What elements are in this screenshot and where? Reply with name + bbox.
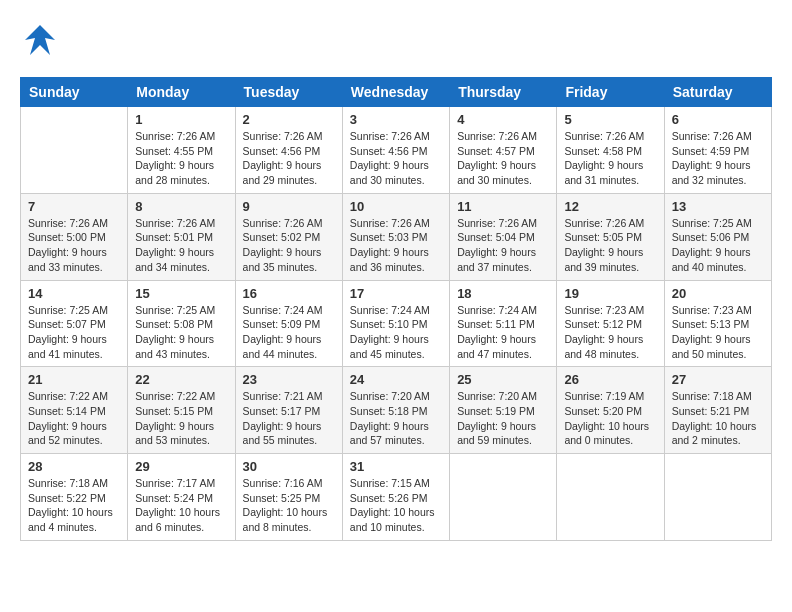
day-number: 25 xyxy=(457,372,549,387)
day-number: 6 xyxy=(672,112,764,127)
weekday-header-cell: Sunday xyxy=(21,78,128,107)
day-info: Sunrise: 7:26 AM Sunset: 5:04 PM Dayligh… xyxy=(457,216,549,275)
day-info: Sunrise: 7:26 AM Sunset: 5:01 PM Dayligh… xyxy=(135,216,227,275)
day-number: 20 xyxy=(672,286,764,301)
calendar-day-cell: 21Sunrise: 7:22 AM Sunset: 5:14 PM Dayli… xyxy=(21,367,128,454)
logo-bird-icon xyxy=(20,20,60,67)
calendar-day-cell: 19Sunrise: 7:23 AM Sunset: 5:12 PM Dayli… xyxy=(557,280,664,367)
day-number: 10 xyxy=(350,199,442,214)
calendar-day-cell: 18Sunrise: 7:24 AM Sunset: 5:11 PM Dayli… xyxy=(450,280,557,367)
day-info: Sunrise: 7:25 AM Sunset: 5:07 PM Dayligh… xyxy=(28,303,120,362)
weekday-header-cell: Thursday xyxy=(450,78,557,107)
calendar-week-row: 28Sunrise: 7:18 AM Sunset: 5:22 PM Dayli… xyxy=(21,454,772,541)
day-info: Sunrise: 7:23 AM Sunset: 5:13 PM Dayligh… xyxy=(672,303,764,362)
calendar-day-cell: 2Sunrise: 7:26 AM Sunset: 4:56 PM Daylig… xyxy=(235,107,342,194)
day-number: 8 xyxy=(135,199,227,214)
day-number: 26 xyxy=(564,372,656,387)
day-number: 27 xyxy=(672,372,764,387)
calendar-week-row: 7Sunrise: 7:26 AM Sunset: 5:00 PM Daylig… xyxy=(21,193,772,280)
day-info: Sunrise: 7:26 AM Sunset: 5:03 PM Dayligh… xyxy=(350,216,442,275)
day-number: 4 xyxy=(457,112,549,127)
day-number: 18 xyxy=(457,286,549,301)
day-info: Sunrise: 7:26 AM Sunset: 4:58 PM Dayligh… xyxy=(564,129,656,188)
day-number: 19 xyxy=(564,286,656,301)
day-info: Sunrise: 7:26 AM Sunset: 4:57 PM Dayligh… xyxy=(457,129,549,188)
calendar-day-cell xyxy=(21,107,128,194)
weekday-header-cell: Saturday xyxy=(664,78,771,107)
day-number: 23 xyxy=(243,372,335,387)
day-info: Sunrise: 7:17 AM Sunset: 5:24 PM Dayligh… xyxy=(135,476,227,535)
calendar-week-row: 14Sunrise: 7:25 AM Sunset: 5:07 PM Dayli… xyxy=(21,280,772,367)
calendar-day-cell: 26Sunrise: 7:19 AM Sunset: 5:20 PM Dayli… xyxy=(557,367,664,454)
calendar-day-cell: 8Sunrise: 7:26 AM Sunset: 5:01 PM Daylig… xyxy=(128,193,235,280)
calendar-day-cell: 27Sunrise: 7:18 AM Sunset: 5:21 PM Dayli… xyxy=(664,367,771,454)
day-number: 15 xyxy=(135,286,227,301)
day-info: Sunrise: 7:20 AM Sunset: 5:18 PM Dayligh… xyxy=(350,389,442,448)
day-number: 11 xyxy=(457,199,549,214)
day-info: Sunrise: 7:15 AM Sunset: 5:26 PM Dayligh… xyxy=(350,476,442,535)
calendar-day-cell: 24Sunrise: 7:20 AM Sunset: 5:18 PM Dayli… xyxy=(342,367,449,454)
day-info: Sunrise: 7:26 AM Sunset: 4:59 PM Dayligh… xyxy=(672,129,764,188)
calendar-day-cell: 7Sunrise: 7:26 AM Sunset: 5:00 PM Daylig… xyxy=(21,193,128,280)
calendar-day-cell: 25Sunrise: 7:20 AM Sunset: 5:19 PM Dayli… xyxy=(450,367,557,454)
day-info: Sunrise: 7:21 AM Sunset: 5:17 PM Dayligh… xyxy=(243,389,335,448)
calendar-day-cell: 14Sunrise: 7:25 AM Sunset: 5:07 PM Dayli… xyxy=(21,280,128,367)
day-number: 1 xyxy=(135,112,227,127)
calendar-table: SundayMondayTuesdayWednesdayThursdayFrid… xyxy=(20,77,772,541)
calendar-day-cell: 12Sunrise: 7:26 AM Sunset: 5:05 PM Dayli… xyxy=(557,193,664,280)
day-number: 28 xyxy=(28,459,120,474)
calendar-day-cell: 16Sunrise: 7:24 AM Sunset: 5:09 PM Dayli… xyxy=(235,280,342,367)
calendar-day-cell: 23Sunrise: 7:21 AM Sunset: 5:17 PM Dayli… xyxy=(235,367,342,454)
day-number: 30 xyxy=(243,459,335,474)
day-number: 29 xyxy=(135,459,227,474)
day-number: 31 xyxy=(350,459,442,474)
day-number: 7 xyxy=(28,199,120,214)
day-number: 21 xyxy=(28,372,120,387)
day-number: 2 xyxy=(243,112,335,127)
calendar-day-cell: 22Sunrise: 7:22 AM Sunset: 5:15 PM Dayli… xyxy=(128,367,235,454)
day-info: Sunrise: 7:25 AM Sunset: 5:08 PM Dayligh… xyxy=(135,303,227,362)
calendar-day-cell: 30Sunrise: 7:16 AM Sunset: 5:25 PM Dayli… xyxy=(235,454,342,541)
day-info: Sunrise: 7:23 AM Sunset: 5:12 PM Dayligh… xyxy=(564,303,656,362)
calendar-day-cell: 11Sunrise: 7:26 AM Sunset: 5:04 PM Dayli… xyxy=(450,193,557,280)
calendar-day-cell: 31Sunrise: 7:15 AM Sunset: 5:26 PM Dayli… xyxy=(342,454,449,541)
day-number: 3 xyxy=(350,112,442,127)
calendar-body: 1Sunrise: 7:26 AM Sunset: 4:55 PM Daylig… xyxy=(21,107,772,541)
day-info: Sunrise: 7:24 AM Sunset: 5:10 PM Dayligh… xyxy=(350,303,442,362)
day-info: Sunrise: 7:16 AM Sunset: 5:25 PM Dayligh… xyxy=(243,476,335,535)
calendar-day-cell: 17Sunrise: 7:24 AM Sunset: 5:10 PM Dayli… xyxy=(342,280,449,367)
weekday-header-cell: Monday xyxy=(128,78,235,107)
calendar-day-cell xyxy=(664,454,771,541)
day-number: 9 xyxy=(243,199,335,214)
calendar-day-cell: 13Sunrise: 7:25 AM Sunset: 5:06 PM Dayli… xyxy=(664,193,771,280)
calendar-day-cell: 9Sunrise: 7:26 AM Sunset: 5:02 PM Daylig… xyxy=(235,193,342,280)
calendar-day-cell: 10Sunrise: 7:26 AM Sunset: 5:03 PM Dayli… xyxy=(342,193,449,280)
day-number: 13 xyxy=(672,199,764,214)
day-info: Sunrise: 7:26 AM Sunset: 4:56 PM Dayligh… xyxy=(350,129,442,188)
day-info: Sunrise: 7:24 AM Sunset: 5:09 PM Dayligh… xyxy=(243,303,335,362)
calendar-day-cell: 3Sunrise: 7:26 AM Sunset: 4:56 PM Daylig… xyxy=(342,107,449,194)
calendar-day-cell: 4Sunrise: 7:26 AM Sunset: 4:57 PM Daylig… xyxy=(450,107,557,194)
calendar-day-cell: 20Sunrise: 7:23 AM Sunset: 5:13 PM Dayli… xyxy=(664,280,771,367)
day-info: Sunrise: 7:18 AM Sunset: 5:21 PM Dayligh… xyxy=(672,389,764,448)
day-number: 14 xyxy=(28,286,120,301)
day-number: 17 xyxy=(350,286,442,301)
day-number: 16 xyxy=(243,286,335,301)
day-number: 5 xyxy=(564,112,656,127)
page-header xyxy=(20,20,772,67)
day-info: Sunrise: 7:24 AM Sunset: 5:11 PM Dayligh… xyxy=(457,303,549,362)
svg-marker-0 xyxy=(25,25,55,55)
weekday-header-cell: Friday xyxy=(557,78,664,107)
calendar-day-cell: 1Sunrise: 7:26 AM Sunset: 4:55 PM Daylig… xyxy=(128,107,235,194)
day-info: Sunrise: 7:22 AM Sunset: 5:15 PM Dayligh… xyxy=(135,389,227,448)
calendar-day-cell: 6Sunrise: 7:26 AM Sunset: 4:59 PM Daylig… xyxy=(664,107,771,194)
weekday-header-cell: Wednesday xyxy=(342,78,449,107)
calendar-day-cell: 28Sunrise: 7:18 AM Sunset: 5:22 PM Dayli… xyxy=(21,454,128,541)
calendar-day-cell xyxy=(557,454,664,541)
calendar-day-cell xyxy=(450,454,557,541)
day-info: Sunrise: 7:26 AM Sunset: 5:02 PM Dayligh… xyxy=(243,216,335,275)
day-number: 24 xyxy=(350,372,442,387)
calendar-week-row: 21Sunrise: 7:22 AM Sunset: 5:14 PM Dayli… xyxy=(21,367,772,454)
day-info: Sunrise: 7:26 AM Sunset: 4:56 PM Dayligh… xyxy=(243,129,335,188)
weekday-header-row: SundayMondayTuesdayWednesdayThursdayFrid… xyxy=(21,78,772,107)
